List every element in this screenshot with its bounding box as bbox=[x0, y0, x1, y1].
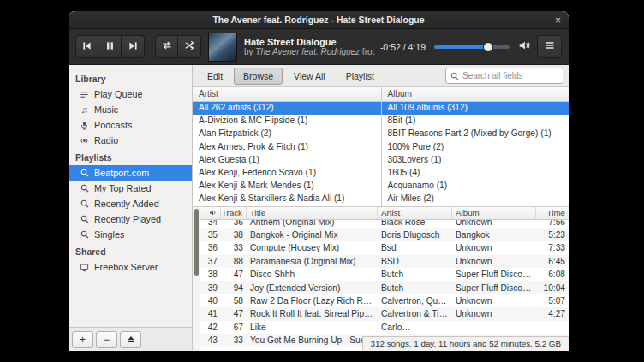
pause-icon bbox=[105, 40, 115, 53]
album-row[interactable]: 303Lovers (1) bbox=[382, 154, 569, 167]
tab-browse[interactable]: Browse bbox=[234, 68, 283, 85]
artist-column-header[interactable]: Artist bbox=[193, 87, 381, 102]
track-number: 67 bbox=[221, 323, 247, 332]
track-title: Paramanesia (Original Mix) bbox=[247, 257, 378, 266]
track-row[interactable]: 41 47 Rock It Roll It feat. Sirreal Pip…… bbox=[200, 307, 569, 320]
window-title: The Avener feat. Rodriguez - Hate Street… bbox=[212, 15, 424, 25]
track-album: Unknown bbox=[452, 309, 536, 318]
shuffle-button[interactable] bbox=[178, 35, 201, 58]
sidebar-item-recently-played[interactable]: Recently Played bbox=[69, 211, 192, 227]
row-number: 35 bbox=[200, 230, 221, 240]
track-row[interactable]: 35 38 Bangkok - Original Mix Boris Dlugo… bbox=[200, 228, 569, 241]
eject-button[interactable] bbox=[120, 331, 141, 348]
track-time: 7:33 bbox=[536, 243, 569, 252]
artist-row[interactable]: Alan Fitzpatrick (2) bbox=[193, 128, 381, 140]
track-column-header[interactable]: Track bbox=[221, 207, 247, 219]
music-icon: ♫ bbox=[79, 105, 90, 115]
smart-playlist-icon bbox=[79, 184, 90, 193]
track-row[interactable]: 37 88 Paramanesia (Original Mix) BSD Unk… bbox=[200, 255, 569, 268]
sidebar-item-freebox-server[interactable]: Freebox Server bbox=[69, 259, 192, 275]
shuffle-icon bbox=[184, 40, 194, 53]
track-time: 10:04 bbox=[536, 283, 569, 293]
album-all-row[interactable]: All 109 albums (312) bbox=[382, 102, 569, 115]
tab-playlist[interactable]: Playlist bbox=[337, 68, 384, 85]
row-number: 36 bbox=[200, 243, 221, 252]
scrollbar-thumb[interactable] bbox=[194, 209, 199, 276]
sidebar-item-singles[interactable]: Singles bbox=[69, 227, 192, 242]
smart-playlist-icon bbox=[79, 230, 90, 239]
volume-handle[interactable] bbox=[483, 42, 493, 52]
sidebar-item-podcasts[interactable]: Podcasts bbox=[69, 117, 192, 133]
app-menu-button[interactable] bbox=[537, 35, 562, 58]
artist-row[interactable]: Alex Armes, Prok & Fitch (1) bbox=[193, 141, 381, 154]
album-column-header[interactable]: Album bbox=[382, 87, 569, 102]
search-input[interactable] bbox=[462, 71, 558, 80]
sidebar-item-radio[interactable]: Radio bbox=[69, 133, 192, 148]
track-title: Joy (Extended Version) bbox=[247, 283, 378, 293]
track-row[interactable]: 39 94 Joy (Extended Version) Butch Super… bbox=[200, 281, 569, 294]
speaker-button[interactable] bbox=[518, 39, 530, 54]
track-title: Rock It Roll It feat. Sirreal Pip… bbox=[247, 309, 378, 318]
album-column-header[interactable]: Album bbox=[452, 207, 536, 219]
eject-icon bbox=[127, 335, 135, 345]
track-album: Super Fluff Disco Stuff bbox=[452, 270, 536, 279]
artist-row[interactable]: Alex Kenji & Starkillers & Nadia Ali (1) bbox=[193, 193, 381, 205]
main-area: Edit Browse View All Playlist Artist All… bbox=[193, 65, 569, 351]
repeat-button[interactable] bbox=[155, 35, 178, 58]
sidebar-item-label: Podcasts bbox=[94, 120, 132, 130]
tracklist-scrollbar[interactable] bbox=[193, 207, 200, 352]
row-number: 43 bbox=[200, 335, 221, 345]
titlebar[interactable]: The Avener feat. Rodriguez - Hate Street… bbox=[69, 11, 569, 29]
artist-row[interactable]: Alex Guesta (1) bbox=[193, 154, 381, 167]
track-table-header: Track Title Artist Album Time bbox=[200, 207, 569, 220]
volume-slider[interactable] bbox=[434, 45, 510, 49]
artist-row[interactable]: A-Divizion & MC Flipside (1) bbox=[193, 115, 381, 128]
search-box[interactable] bbox=[445, 68, 564, 84]
sidebar-item-label: Beatport.com bbox=[94, 168, 149, 178]
sidebar: Library Play Queue ♫ Music Podcasts bbox=[69, 65, 193, 351]
close-button[interactable]: × bbox=[552, 14, 564, 27]
artist-row[interactable]: Alex Kenji, Federico Scavo (1) bbox=[193, 167, 381, 180]
toolbar: Hate Street Dialogue by The Avener feat.… bbox=[69, 29, 569, 65]
artist-all-row[interactable]: All 262 artists (312) bbox=[193, 102, 381, 115]
track-artist: BSD bbox=[378, 257, 452, 266]
track-album: Unknown bbox=[452, 296, 536, 306]
album-art bbox=[208, 33, 237, 62]
tab-edit[interactable]: Edit bbox=[198, 68, 232, 85]
artist-column-header[interactable]: Artist bbox=[378, 207, 452, 219]
playorder-controls bbox=[155, 35, 201, 58]
remove-playlist-button[interactable]: − bbox=[96, 331, 117, 348]
row-number: 41 bbox=[200, 309, 221, 318]
track-row[interactable]: 36 33 Compute (Housey Mix) Bsd Unknown 7… bbox=[200, 241, 569, 254]
sidebar-item-beatport[interactable]: Beatport.com bbox=[69, 165, 192, 181]
add-playlist-button[interactable]: + bbox=[72, 331, 93, 348]
sidebar-item-label: Singles bbox=[94, 229, 124, 240]
title-column-header[interactable]: Title bbox=[247, 207, 378, 219]
next-button[interactable] bbox=[122, 35, 145, 58]
album-row[interactable]: Acquanamo (1) bbox=[382, 180, 569, 193]
album-row[interactable]: 100% Pure (2) bbox=[382, 141, 569, 154]
track-row[interactable]: 38 47 Disco Shhh Butch Super Fluff Disco… bbox=[200, 268, 569, 281]
track-artist: Bsd bbox=[378, 243, 452, 252]
album-row[interactable]: 8Bit (1) bbox=[382, 115, 569, 128]
track-row[interactable]: 40 58 Raw 2 Da Floor (Lazy Rich Re… Calv… bbox=[200, 294, 569, 307]
sidebar-item-recently-added[interactable]: Recently Added bbox=[69, 196, 192, 211]
track-time: 5:23 bbox=[536, 230, 569, 240]
sidebar-item-label: Music bbox=[94, 104, 118, 115]
track-artist: Carlo… bbox=[378, 323, 452, 332]
time-column-header[interactable]: Time bbox=[536, 207, 569, 219]
sidebar-item-my-top-rated[interactable]: My Top Rated bbox=[69, 181, 192, 196]
playing-indicator-column-header[interactable] bbox=[200, 207, 221, 219]
track-number: 88 bbox=[221, 257, 247, 266]
artist-row[interactable]: Alex Kenji & Mark Mendes (1) bbox=[193, 180, 381, 193]
tab-view-all[interactable]: View All bbox=[284, 68, 335, 85]
album-row[interactable]: 8BIT Reasons Part 2 (Mixed by Gorge) (1) bbox=[382, 128, 569, 140]
pause-button[interactable] bbox=[98, 35, 122, 58]
sidebar-item-play-queue[interactable]: Play Queue bbox=[69, 86, 192, 102]
previous-button[interactable] bbox=[75, 35, 98, 58]
sidebar-item-music[interactable]: ♫ Music bbox=[69, 102, 192, 117]
album-row[interactable]: Air Miles (2) bbox=[382, 193, 569, 205]
track-row[interactable]: 42 67 Like Carlo… bbox=[200, 321, 569, 334]
album-row[interactable]: 1605 (4) bbox=[382, 167, 569, 180]
track-number: 33 bbox=[221, 243, 247, 252]
